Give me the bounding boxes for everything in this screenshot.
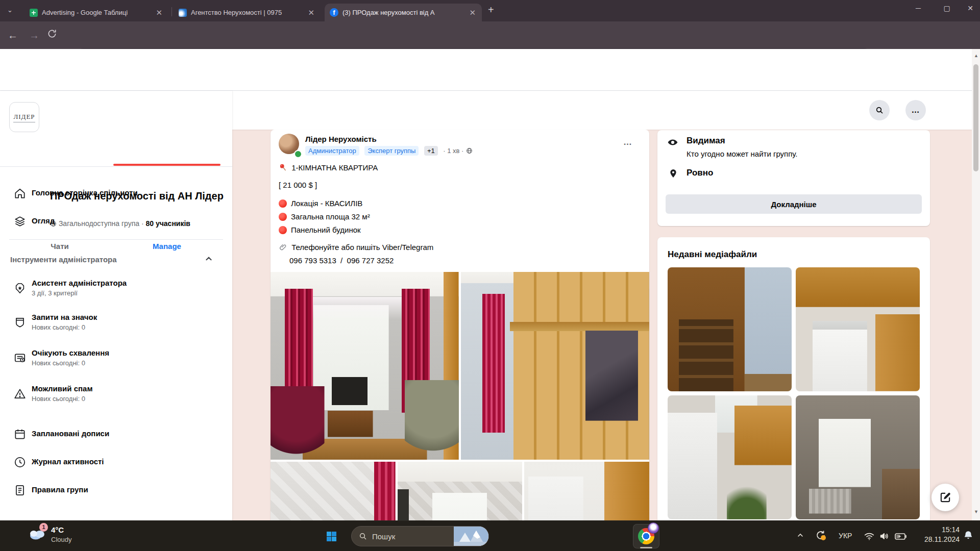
post-phones[interactable]: 096 793 5313 / 096 727 3252: [289, 256, 394, 265]
media-photo-kitchen-fridge[interactable]: [668, 395, 792, 519]
post-photo-living-room[interactable]: [271, 272, 459, 460]
sidebar-item-scheduled-posts[interactable]: Заплановані дописи: [0, 420, 232, 448]
tray-chevron-icon[interactable]: [796, 531, 804, 539]
scroll-up-arrow[interactable]: ▲: [974, 53, 978, 58]
compose-pencil-icon: [939, 491, 952, 504]
media-photo-room-window[interactable]: [796, 395, 920, 519]
badge-shield-icon: [13, 316, 27, 329]
sidebar-item-admin-assist[interactable]: Асистент адміністратора 3 дії, 3 критері…: [0, 274, 232, 302]
badge-more[interactable]: +1: [424, 146, 438, 156]
wifi-icon[interactable]: [864, 531, 875, 542]
sidebar-item-activity-log[interactable]: Журнал активності: [0, 448, 232, 476]
tab-agency[interactable]: Агентство Нерухомості | 0975 ✕: [174, 4, 321, 21]
tray-time[interactable]: 15:14: [914, 525, 960, 534]
taskbar-search-label: Пошук: [372, 532, 454, 541]
document-icon: [13, 484, 27, 497]
media-photo-hallway[interactable]: [668, 267, 792, 391]
tab-close-icon[interactable]: ✕: [155, 8, 163, 17]
sidebar-item-label: Журнал активності: [32, 457, 104, 466]
globe-icon: [466, 147, 473, 154]
sidebar-item-group-rules[interactable]: Правила групи: [0, 477, 232, 504]
active-chrome-window[interactable]: [633, 524, 659, 548]
reload-button[interactable]: [47, 29, 64, 42]
sidebar-item-sub: 3 дії, 3 критерії: [32, 289, 78, 297]
start-button[interactable]: [327, 532, 336, 541]
post-bullet-location: Локація - КВАСИЛІВ: [279, 199, 362, 208]
forward-button[interactable]: →: [26, 21, 43, 49]
media-photo-kitchen-stove[interactable]: [796, 267, 920, 391]
badge-expert[interactable]: Эксперт группы: [364, 146, 419, 156]
details-button[interactable]: Докладніше: [666, 194, 922, 214]
location-title: Ровно: [687, 168, 713, 178]
chrome-profile-badge: [648, 522, 659, 534]
battery-icon[interactable]: [894, 531, 908, 542]
group-search-button[interactable]: [869, 100, 890, 120]
warning-triangle-icon: [13, 387, 27, 400]
post-author-name[interactable]: Лідер Нерухомість: [305, 135, 377, 143]
window-maximize-button[interactable]: ▢: [935, 0, 959, 17]
weather-condition[interactable]: Cloudy: [51, 536, 71, 543]
privacy-title: Видимая: [687, 136, 725, 146]
tab-close-icon[interactable]: ✕: [468, 8, 477, 17]
post-time[interactable]: · 1 хв ·: [443, 147, 463, 155]
tray-notifications-bell-icon[interactable]: [963, 530, 974, 541]
sidebar-item-overview[interactable]: Огляд: [0, 208, 232, 235]
admin-tools-section-label: Інструменти адміністратора: [10, 255, 117, 264]
tab-google-sheets[interactable]: Advertising - Google Таблиці ✕: [24, 4, 168, 21]
sidebar-item-sub: Нових сьогодні: 0: [32, 359, 85, 367]
badge-admin[interactable]: Администратор: [305, 146, 359, 156]
post-card: Лідер Нерухомість Администратор Эксперт …: [271, 130, 649, 520]
group-sidebar: ЛІДЕР ПРОдаж нерухомості від АН Лідер За…: [0, 91, 232, 520]
tray-date[interactable]: 28.11.2024: [914, 535, 960, 543]
new-tab-button[interactable]: +: [488, 4, 494, 16]
tab-manage-underline: [113, 164, 220, 166]
red-dot-icon: [279, 199, 287, 208]
tray-update-icon[interactable]: [815, 529, 827, 541]
post-meta-row: Администратор Эксперт группы +1 · 1 хв ·: [305, 146, 473, 156]
sidebar-item-label: Можливий спам: [32, 384, 93, 393]
post-photo-wardrobe[interactable]: [461, 272, 649, 460]
tray-language[interactable]: УКР: [839, 532, 852, 540]
post-contact-text: Телефонуйте або пишіть Viber/Telegram: [291, 243, 433, 252]
post-photo-window[interactable]: [398, 462, 522, 520]
section-collapse-chevron-icon[interactable]: [203, 253, 214, 264]
group-more-button[interactable]: …: [905, 100, 926, 120]
layers-icon: [13, 215, 27, 228]
scrollbar-thumb[interactable]: [973, 64, 978, 171]
post-menu-button[interactable]: …: [619, 134, 637, 152]
eye-icon: [667, 136, 679, 148]
page-scrollbar[interactable]: ▲ ▼: [972, 49, 980, 520]
pending-posts-icon: [13, 352, 27, 365]
tab-close-icon[interactable]: ✕: [307, 8, 315, 17]
tab-facebook-active[interactable]: f (3) ПРОдаж нерухомості від А ✕: [325, 4, 482, 21]
online-status-dot: [294, 150, 302, 158]
tab-title: Агентство Нерухомості | 0975: [191, 9, 303, 16]
window-close-button[interactable]: ✕: [959, 0, 980, 17]
red-dot-icon: [279, 213, 287, 221]
sidebar-item-community-home[interactable]: Головна сторінка спільноти: [0, 180, 232, 207]
search-icon: [875, 106, 884, 114]
weather-widget[interactable]: 1: [28, 527, 46, 540]
volume-icon[interactable]: [879, 531, 890, 542]
taskbar-search[interactable]: Пошук: [351, 526, 489, 546]
location-pin-icon: [668, 167, 678, 180]
tab-separator: [172, 7, 172, 16]
group-logo-text: ЛІДЕР: [13, 113, 35, 122]
post-photo-fridge[interactable]: [524, 462, 649, 520]
tab-search-chevron-icon[interactable]: ⌄: [7, 6, 13, 14]
post-photo-curtain[interactable]: [271, 462, 396, 520]
back-button[interactable]: ←: [4, 21, 21, 49]
clock-icon: [13, 456, 27, 469]
group-logo[interactable]: ЛІДЕР: [9, 102, 39, 132]
weather-badge: 1: [39, 523, 48, 532]
sidebar-item-badge-requests[interactable]: Запити на значок Нових сьогодні: 0: [0, 309, 232, 336]
browser-tab-strip: ⌄ Advertising - Google Таблиці ✕ Агентст…: [0, 0, 980, 21]
sidebar-item-pending-approval[interactable]: Очікують схвалення Нових сьогодні: 0: [0, 344, 232, 372]
scroll-down-arrow[interactable]: ▼: [974, 509, 978, 514]
window-minimize-button[interactable]: ─: [906, 0, 930, 17]
sidebar-item-possible-spam[interactable]: Можливий спам Нових сьогодні: 0: [0, 380, 232, 408]
recent-media-title: Недавні медіафайли: [668, 249, 757, 260]
sidebar-item-label: Запити на значок: [32, 313, 97, 321]
compose-button[interactable]: [932, 484, 959, 511]
weather-temp[interactable]: 4°C: [51, 525, 64, 534]
